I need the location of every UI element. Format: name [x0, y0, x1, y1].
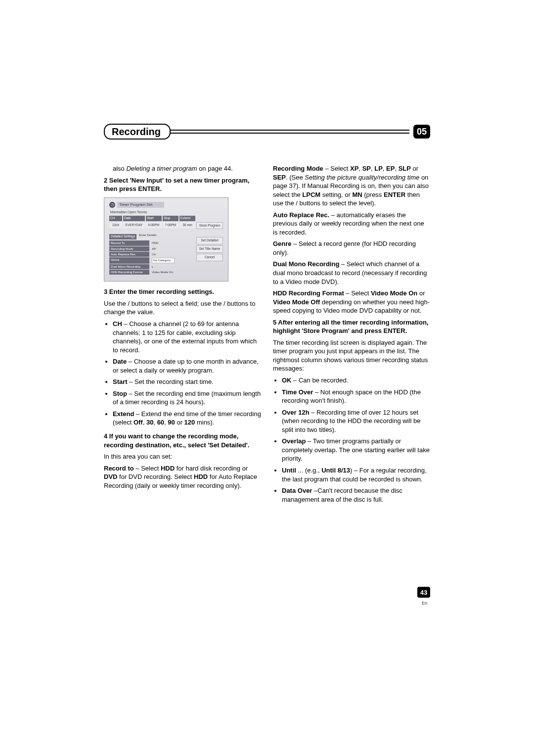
step-3-heading: 3 Enter the timer recording settings.: [104, 287, 261, 296]
chapter-badge: 05: [413, 125, 430, 139]
page-number-badge: 43: [417, 587, 430, 598]
page-header: Recording 05: [104, 124, 430, 140]
section-title-pill: Recording: [104, 124, 171, 140]
bullet-data-over: Data Over –Can't record because the disc…: [282, 486, 430, 504]
page-language: En: [422, 601, 427, 606]
cancel-button[interactable]: Cancel: [196, 254, 223, 261]
col-ch: CH: [109, 216, 122, 221]
step-2-heading: 2 Select 'New Input' to set a new timer …: [104, 176, 261, 193]
row-hdd-format-value[interactable]: Video Mode On: [150, 270, 193, 275]
bullet-ok: OK – Can be recorded.: [282, 376, 430, 385]
panel-title: Timer Program Set: [117, 202, 164, 208]
program-name: Manhattan Open Tennis: [110, 210, 223, 214]
row-genre-label: Genre: [109, 257, 149, 263]
row-auto-replace-value[interactable]: On: [150, 252, 193, 257]
bullet-over-12h: Over 12h – Recording time of over 12 hou…: [282, 408, 430, 434]
bullet-ch: CH – Choose a channel (2 to 69 for anten…: [113, 320, 261, 354]
step-4-heading: 4 If you want to change the recording mo…: [104, 432, 261, 449]
row-rec-mode-label: Recording Mode: [109, 246, 149, 251]
row-dual-mono-value[interactable]: L: [150, 264, 193, 269]
bullet-time-over: Time Over – Not enough space on the HDD …: [282, 388, 430, 405]
bullet-extend: Extend – Extend the end time of the time…: [113, 410, 261, 427]
col-start: Start: [146, 216, 162, 221]
hdd-format-para: HDD Recording Format – Select Video Mode…: [273, 289, 430, 315]
step-3-text: Use the / buttons to select a field; use…: [104, 299, 261, 317]
header-rule: [170, 130, 409, 134]
bullet-stop: Stop – Set the recording end time (maxim…: [113, 389, 261, 407]
left-column: also Deleting a timer program on page 44…: [104, 164, 261, 509]
set-detailed-button[interactable]: Set Detailed: [196, 237, 223, 244]
row-dual-mono-label: Dual Mono Recording: [109, 264, 149, 269]
store-program-button[interactable]: Store Program: [196, 222, 223, 230]
dual-mono-para: Dual Mono Recording – Select which chann…: [273, 260, 430, 286]
right-column: Recording Mode – Select XP, SP, LP, EP, …: [273, 164, 430, 509]
timer-program-set-panel: ◷ Timer Program Set Manhattan Open Tenni…: [104, 197, 228, 282]
bullet-date: Date – Choose a date up to one month in …: [113, 357, 261, 375]
row-record-to-value[interactable]: HDD: [150, 240, 193, 245]
row-record-to-label: Record To: [109, 240, 149, 245]
col-date: Date: [123, 216, 145, 221]
bullet-overlap: Overlap – Two timer programs partially o…: [282, 437, 430, 463]
val-stop[interactable]: 7:00PM: [163, 222, 178, 229]
detailed-settings-header: Detailed Settings: [109, 234, 136, 239]
step-4-text: In this area you can set:: [104, 452, 261, 461]
row-rec-mode-value[interactable]: XP: [150, 246, 193, 251]
auto-replace-para: Auto Replace Rec. – automatically erases…: [273, 211, 430, 237]
enter-details-label: Enter Details: [137, 232, 193, 239]
val-date[interactable]: EVERYDAY: [123, 222, 145, 229]
bullet-start: Start – Set the recording start time.: [113, 378, 261, 386]
genre-para: Genre – Select a record genre (for HDD r…: [273, 239, 430, 257]
col-stop: Stop: [163, 216, 178, 221]
step-5-text: The timer recording list screen is displ…: [273, 338, 430, 373]
section-title: Recording: [112, 126, 161, 138]
val-start[interactable]: 6:00PM: [146, 222, 162, 229]
val-extend[interactable]: 30 min: [179, 222, 195, 229]
recording-mode-para: Recording Mode – Select XP, SP, LP, EP, …: [273, 164, 430, 208]
bullet-until: Until ... (e.g., Until 8/13) – For a reg…: [282, 466, 430, 483]
row-auto-replace-label: Auto Replace Rec.: [109, 252, 149, 257]
clock-icon: ◷: [109, 202, 115, 208]
intro-text: also Deleting a timer program on page 44…: [104, 164, 261, 173]
row-genre-value[interactable]: No Category: [150, 257, 193, 263]
record-to-para: Record to – Select HDD for hard disk rec…: [104, 464, 261, 490]
row-hdd-format-label: HDD Recording Format: [109, 270, 149, 275]
col-extend: Extend: [179, 216, 195, 221]
step-5-heading: 5 After entering all the timer recording…: [273, 318, 430, 335]
set-title-name-button[interactable]: Set Title Name: [196, 245, 223, 253]
val-ch[interactable]: 10ch: [109, 222, 122, 229]
